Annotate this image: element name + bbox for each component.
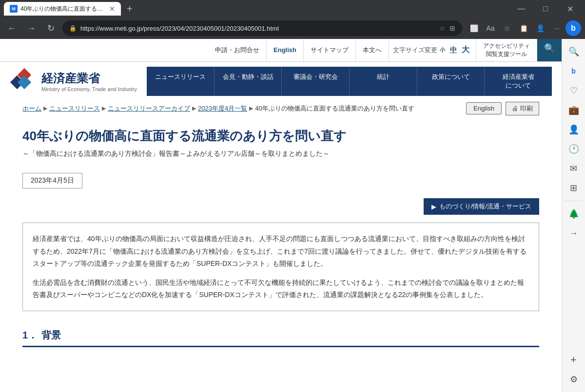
- breadcrumb-archive[interactable]: ニュースリリースアーカイブ: [108, 104, 190, 113]
- tag-area: ▶ ものづくり/情報/流通・サービス: [22, 198, 539, 215]
- page-wrapper: 申請・お問合せ English サイトマップ 本文へ 文字サイズ変更 小 中 大…: [0, 39, 585, 392]
- cast-icon[interactable]: ⬜: [466, 20, 482, 36]
- lock-icon: 🔒: [69, 25, 77, 32]
- section-1-label: 背景: [41, 329, 61, 342]
- article-paragraph-2: 生活必需品を含む消費財の流通という、国民生活や地域経済にとって不可欠な機能を持続…: [33, 277, 529, 301]
- extensions-icon[interactable]: ⊞: [449, 24, 455, 32]
- print-label: 印刷: [520, 104, 533, 113]
- article-title: 40年ぶりの物価高に直面する流通業のあり方を問い直す: [22, 117, 539, 149]
- page-content: 申請・お問合せ English サイトマップ 本文へ 文字サイズ変更 小 中 大…: [0, 39, 562, 392]
- maximize-button[interactable]: □: [534, 0, 557, 18]
- content-area: ホーム ▶ ニュースリリース ▶ ニュースリリースアーカイブ ▶ 2023年度4…: [13, 96, 549, 347]
- logo-english: Ministry of Economy, Trade and Industry: [41, 86, 137, 92]
- active-tab[interactable]: M 40年ぶりの物価高に直面する流通... ✕: [4, 2, 121, 16]
- section-1-title: 1． 背景: [22, 321, 539, 347]
- print-icon: 🖨: [512, 105, 518, 112]
- sidebar-copilot-icon[interactable]: b: [565, 62, 583, 80]
- sidebar-settings-icon[interactable]: ⚙: [565, 371, 583, 388]
- sidebar-history-icon[interactable]: 🕐: [565, 140, 583, 158]
- nav-about-meti[interactable]: 経済産業省について: [485, 67, 552, 96]
- sidebar-tree-icon[interactable]: 🌲: [565, 205, 583, 223]
- window-controls: — □ ✕: [510, 0, 581, 18]
- page-actions: English 🖨 印刷: [466, 102, 539, 115]
- browser-chrome: M 40年ぶりの物価高に直面する流通... ✕ + — □ ✕ ← → ↻ 🔒 …: [0, 0, 585, 39]
- font-size-small-button[interactable]: 小: [437, 45, 448, 55]
- nav-actions: ⬜ Aa ☆ 📋 👤 ··· b: [466, 20, 581, 36]
- browser-action-1[interactable]: Aa: [483, 20, 498, 36]
- svg-rect-2: [18, 75, 31, 89]
- sidebar-briefcase-icon[interactable]: 💼: [565, 101, 583, 119]
- main-nav: ニュースリリース 会見・動静・談話 審議会・研究会 統計 政策について 経済産業…: [147, 67, 552, 96]
- nav-councils[interactable]: 審議会・研究会: [282, 67, 350, 96]
- article-date: 2023年4月5日: [22, 173, 82, 188]
- breadcrumb-month[interactable]: 2023年度4月一覧: [198, 104, 247, 113]
- breadcrumb-current: 40年ぶりの物価高に直面する流通業のあり方を問い直す: [255, 104, 464, 113]
- forward-button[interactable]: →: [23, 20, 39, 36]
- bing-copilot-button[interactable]: b: [566, 20, 581, 36]
- url-text: https://www.meti.go.jp/press/2023/04/202…: [80, 25, 435, 32]
- more-icon[interactable]: ···: [549, 20, 565, 36]
- breadcrumb-arrow-2: ▶: [102, 105, 106, 112]
- search-button[interactable]: 🔍: [537, 39, 562, 61]
- print-button[interactable]: 🖨 印刷: [506, 102, 539, 115]
- nav-bar: ← → ↻ 🔒 https://www.meti.go.jp/press/202…: [0, 18, 585, 39]
- breadcrumb-news[interactable]: ニュースリリース: [49, 104, 100, 113]
- site-header: 申請・お問合せ English サイトマップ 本文へ 文字サイズ変更 小 中 大…: [0, 39, 562, 96]
- sidebar-arrow-icon[interactable]: →: [565, 224, 583, 242]
- section-1-number: 1．: [22, 329, 38, 342]
- sidebar-heart-icon[interactable]: ♡: [565, 82, 583, 99]
- close-button[interactable]: ✕: [559, 0, 581, 18]
- font-size-label: 文字サイズ変更: [393, 46, 437, 55]
- english-version-button[interactable]: English: [466, 102, 502, 114]
- tab-favicon: M: [10, 5, 18, 13]
- sidebar-person-icon[interactable]: 👤: [565, 121, 583, 138]
- tab-label: 40年ぶりの物価高に直面する流通...: [20, 5, 106, 13]
- font-size-medium-button[interactable]: 中: [448, 45, 459, 56]
- sidebar-divider: [565, 201, 583, 201]
- tab-close-button[interactable]: ✕: [109, 5, 115, 13]
- article-subtitle: ～「物価高における流通業のあり方検討会」報告書～よみがえるリアル店舗～を取りまと…: [22, 149, 539, 173]
- article-paragraph-1: 経済産業省では、40年ぶりの物価高の局面において収益構造が圧迫され、人手不足の問…: [33, 233, 529, 270]
- nav-policy[interactable]: 政策について: [417, 67, 485, 96]
- article-body-box: 経済産業省では、40年ぶりの物価高の局面において収益構造が圧迫され、人手不足の問…: [22, 223, 539, 311]
- tag-label: ものづくり/情報/流通・サービス: [439, 202, 531, 211]
- collections-icon[interactable]: 📋: [516, 20, 531, 36]
- top-nav-main-content[interactable]: 本文へ: [356, 39, 389, 61]
- font-size-large-button[interactable]: 大: [459, 44, 472, 56]
- breadcrumb-arrow-3: ▶: [192, 105, 196, 112]
- nav-news-releases[interactable]: ニュースリリース: [147, 67, 214, 96]
- top-nav-english[interactable]: English: [267, 39, 304, 61]
- sidebar-apps-icon[interactable]: ⊞: [565, 179, 583, 197]
- breadcrumb-arrow-4: ▶: [249, 105, 253, 112]
- nav-press-conference[interactable]: 会見・動静・談話: [214, 67, 282, 96]
- reload-button[interactable]: ↻: [43, 20, 58, 36]
- breadcrumb-arrow-1: ▶: [43, 105, 47, 112]
- back-button[interactable]: ←: [4, 20, 20, 36]
- favorites-icon[interactable]: ☆: [499, 20, 515, 36]
- top-nav-sitemap[interactable]: サイトマップ: [304, 39, 356, 61]
- logo-area[interactable]: 経済産業省 Ministry of Economy, Trade and Ind…: [10, 68, 137, 94]
- breadcrumb: ホーム ▶ ニュースリリース ▶ ニュースリリースアーカイブ ▶ 2023年度4…: [22, 96, 539, 117]
- meti-logo: [10, 68, 37, 94]
- address-bar[interactable]: 🔒 https://www.meti.go.jp/press/2023/04/2…: [62, 20, 462, 36]
- new-tab-button[interactable]: +: [123, 3, 136, 15]
- sidebar-search-icon[interactable]: 🔍: [565, 43, 583, 60]
- sidebar-mail-icon[interactable]: ✉: [565, 160, 583, 177]
- logo-kanji: 経済産業省: [41, 71, 137, 86]
- minimize-button[interactable]: —: [510, 0, 532, 18]
- right-sidebar: 🔍 b ♡ 💼 👤 🕐 ✉ ⊞ 🌲 → + ⚙: [562, 39, 585, 392]
- sidebar-add-button[interactable]: +: [565, 351, 583, 369]
- accessibility-button[interactable]: アクセシビリティ閲覧支援ツール: [476, 39, 537, 61]
- top-nav-application[interactable]: 申請・お問合せ: [208, 39, 267, 61]
- profile-icon[interactable]: 👤: [532, 20, 548, 36]
- breadcrumb-home[interactable]: ホーム: [22, 104, 41, 113]
- star-icon[interactable]: ☆: [439, 24, 446, 32]
- title-bar: M 40年ぶりの物価高に直面する流通... ✕ + — □ ✕: [0, 0, 585, 18]
- tag-arrow-icon: ▶: [431, 203, 436, 210]
- nav-statistics[interactable]: 統計: [350, 67, 417, 96]
- category-tag[interactable]: ▶ ものづくり/情報/流通・サービス: [424, 198, 539, 215]
- logo-text: 経済産業省 Ministry of Economy, Trade and Ind…: [41, 71, 137, 92]
- tab-area: M 40年ぶりの物価高に直面する流通... ✕ +: [4, 2, 506, 16]
